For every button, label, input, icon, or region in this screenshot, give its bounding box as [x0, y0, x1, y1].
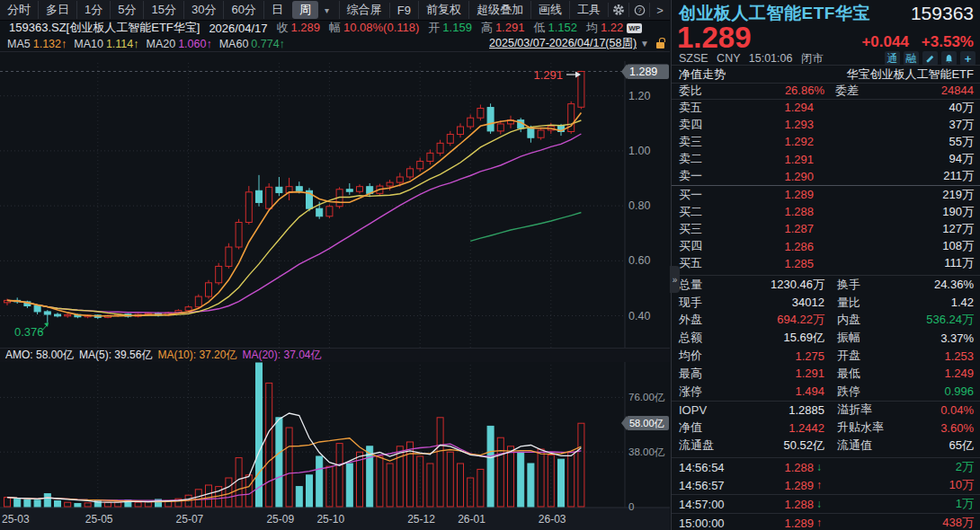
ma-label: MA60 [219, 38, 249, 50]
level-price[interactable]: 1.287 [715, 222, 814, 235]
date-range-box[interactable]: 2025/03/07-2026/04/17(58周) ▼ [489, 36, 664, 51]
tab-fenshi[interactable]: 分时 [0, 1, 38, 19]
order-book-row-buys[interactable]: 买四1.286108万 [672, 238, 980, 255]
level-price[interactable]: 1.289 [715, 188, 814, 201]
nav-label[interactable]: 净值走势 [679, 66, 726, 83]
more-chevron-icon[interactable]: > [649, 3, 670, 17]
help-icon[interactable]: ? [628, 3, 649, 17]
tab-1min[interactable]: 1分 [76, 1, 110, 19]
draw-line-button[interactable]: 画线 [530, 1, 569, 19]
settings-gear-icon[interactable] [608, 3, 628, 17]
quote-token-label: 高 [481, 21, 493, 34]
super-overlay-button[interactable]: 超级叠加 [468, 1, 530, 19]
order-book-row-buys[interactable]: 买五1.285111万 [672, 255, 980, 272]
quote-token: 收1.289 [276, 20, 320, 36]
tab-60min[interactable]: 60分 [223, 1, 263, 19]
period-dropdown-caret[interactable]: ▾ [320, 5, 334, 15]
quote-token-value: 1.159 [442, 21, 472, 34]
quote-token: 幅10.08%(0.118) [329, 20, 419, 36]
date-range-label[interactable]: 2025/03/07-2026/04/17(58周) [489, 36, 637, 51]
stat-label: 涨停 [679, 384, 726, 400]
price-change: +0.044 [861, 33, 908, 51]
panel-expander-icon[interactable]: » [670, 266, 680, 293]
add-plus-icon[interactable]: + [960, 51, 976, 66]
tab-30min[interactable]: 30分 [183, 1, 223, 19]
margin-badge-tong[interactable]: 通 [885, 51, 900, 66]
stat-value: 1.253 [944, 349, 974, 363]
stat-value: 1.291 [726, 367, 824, 380]
tick-row: 14:57:001.288↓1万 [672, 495, 980, 514]
edit-pencil-icon[interactable] [922, 51, 938, 66]
order-book-row-sells[interactable]: 卖五1.29440万 [672, 99, 980, 116]
stat-label: 现手 [679, 295, 726, 311]
stat-value: 694.22万 [726, 312, 824, 328]
forward-adjust-button[interactable]: 前复权 [418, 1, 468, 19]
svg-text:25-07: 25-07 [176, 513, 204, 526]
order-book-row-sells[interactable]: 卖三1.29255万 [672, 133, 980, 150]
stat-row: 最高1.291最低1.249 [672, 365, 980, 383]
tick-row: 14:56:541.288↓2万 [672, 458, 980, 476]
tools-button[interactable]: 工具 [569, 1, 608, 19]
level-label: 卖四 [679, 117, 715, 133]
level-price[interactable]: 1.285 [715, 257, 814, 270]
weibi-label: 委比 [679, 83, 702, 99]
quote-token: 均1.22 [586, 20, 623, 36]
ma-token: MA600.774↑ [219, 38, 285, 50]
date-range-dropdown-icon[interactable]: ▼ [640, 39, 649, 49]
tab-15min[interactable]: 15分 [143, 1, 183, 19]
composite-button[interactable]: 综合屏 [339, 1, 389, 19]
tick-qty: 10万 [949, 477, 974, 493]
svg-text:26-03: 26-03 [539, 513, 566, 526]
nav-fund-name: 华宝创业板人工智能ETF [846, 66, 974, 83]
candlestick-chart-canvas[interactable]: 1.201.000.800.600.4076.00亿38.00亿025-0325… [0, 51, 670, 530]
tab-week[interactable]: 周 [292, 1, 318, 19]
stat-row: 净值1.2442升贴水率3.60% [672, 419, 980, 437]
quote-token-value: 10.08%(0.118) [343, 21, 419, 34]
level-price[interactable]: 1.286 [715, 240, 814, 253]
order-book-row-sells[interactable]: 卖一1.290211万 [672, 168, 980, 185]
level-qty: 108万 [942, 238, 974, 254]
tab-duori[interactable]: 多日 [38, 1, 76, 19]
quote-token-label: 低 [533, 21, 545, 34]
level-price[interactable]: 1.294 [715, 101, 814, 114]
unlock-icon[interactable] [656, 42, 664, 49]
level-qty: 40万 [949, 100, 974, 116]
quote-token-value: 159363.SZ[创业板人工智能ETF华宝] [9, 21, 200, 34]
stat-label: 振幅 [837, 330, 860, 346]
level-price[interactable]: 1.293 [715, 118, 814, 131]
tick-time: 14:56:54 [679, 461, 742, 474]
tick-price: 1.288 [742, 461, 814, 474]
period-tabs: 分时多日1分5分15分30分60分日周 [0, 1, 320, 19]
weibi-row: 委比 26.86% 委差 24844 [672, 82, 980, 100]
margin-badge-rong[interactable]: 融 [904, 51, 919, 66]
stat-value: 34012 [726, 296, 824, 309]
price-change-group: +0.044 +3.53% [861, 24, 974, 51]
wp-news-icon[interactable]: WP [627, 23, 642, 33]
level-price[interactable]: 1.290 [715, 170, 814, 183]
stat-label: 内盘 [837, 312, 860, 328]
order-book-row-sells[interactable]: 卖二1.29194万 [672, 151, 980, 168]
tick-time: 15:00:00 [679, 517, 742, 530]
order-book-row-buys[interactable]: 买二1.288190万 [672, 203, 980, 220]
tab-day[interactable]: 日 [263, 1, 290, 19]
nav-value-row[interactable]: 净值走势 华宝创业板人工智能ETF [672, 65, 980, 84]
level-price[interactable]: 1.292 [715, 135, 814, 148]
stat-value: 65亿 [949, 437, 974, 454]
level-label: 买一 [679, 187, 715, 203]
tab-5min[interactable]: 5分 [110, 1, 143, 19]
svg-text:76.00亿: 76.00亿 [628, 392, 665, 402]
level-price[interactable]: 1.288 [715, 205, 814, 218]
order-book-row-buys[interactable]: 买一1.289219万 [672, 186, 980, 203]
stat-label: 开盘 [837, 348, 860, 364]
order-book-row-sells[interactable]: 卖四1.29337万 [672, 116, 980, 133]
level-price[interactable]: 1.291 [715, 153, 814, 166]
stat-value: 1.249 [944, 367, 974, 380]
alert-bell-icon[interactable] [941, 51, 957, 66]
up-arrow-icon: ↑ [816, 479, 822, 491]
f9-button[interactable]: F9 [389, 3, 418, 18]
stat-value: 1230.46万 [726, 277, 824, 293]
stat-value: 15.69亿 [726, 330, 824, 346]
price-ma-bar: MA51.132↑MA101.114↑MA201.060↑MA600.774↑ … [0, 36, 670, 52]
level-qty: 94万 [949, 151, 974, 167]
order-book-row-buys[interactable]: 买三1.287127万 [672, 220, 980, 237]
